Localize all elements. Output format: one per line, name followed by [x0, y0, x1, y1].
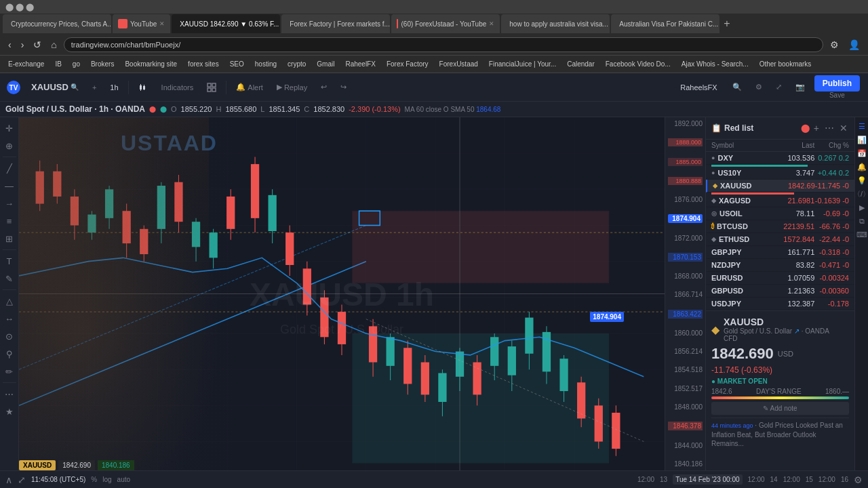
wl-item-dxy[interactable]: ●DXY 103.536 0.267 0.2 — [706, 152, 854, 165]
fullscreen-button[interactable]: ⤢ — [772, 80, 786, 94]
tab-youtube[interactable]: YouTube ✕ — [113, 14, 170, 33]
bookmark-go[interactable]: go — [70, 59, 83, 69]
channel-tool[interactable]: ⊞ — [1, 230, 18, 247]
alerts-list-button[interactable]: 🔔 — [856, 161, 868, 173]
horizontal-line-tool[interactable]: — — [1, 178, 18, 194]
tab-tradingview[interactable]: XAUUSD 1842.690 ▼ 0.63% F... ✕ — [172, 14, 280, 33]
wl-item-gbpjpy[interactable]: GBPJPY 161.771 -0.318 -0 — [706, 246, 854, 259]
replay-button[interactable]: ▶ Replay — [273, 80, 311, 94]
cursor-tool[interactable]: ✛ — [1, 120, 18, 136]
favorite-tools[interactable]: ★ — [1, 403, 18, 420]
save-button[interactable]: Save — [829, 92, 845, 99]
crosshair-tool[interactable]: ⊕ — [1, 138, 18, 154]
bookmark-ajax-whois[interactable]: Ajax Whois - Search... — [679, 59, 751, 69]
bookmark-eexchange[interactable]: E-exchange — [5, 59, 47, 69]
wl-item-usoil[interactable]: ◎USOIL 78.11 -0.69 -0 — [706, 207, 854, 220]
wl-item-btcusd[interactable]: ₿BTCUSD 22139.51 -66.76 -0 — [706, 220, 854, 233]
refresh-button[interactable]: ↺ — [31, 38, 44, 52]
watchlist-close-button[interactable]: ✕ — [838, 121, 849, 135]
log-button[interactable]: log — [102, 476, 111, 483]
bookmark-ib[interactable]: IB — [52, 59, 64, 69]
add-symbol-button[interactable]: + — [88, 81, 100, 94]
trend-line-tool[interactable]: ╱ — [1, 160, 18, 176]
search-button[interactable]: 🔍 — [728, 80, 746, 94]
fullscreen-chart-button[interactable]: ⤢ — [18, 474, 26, 485]
profile-button[interactable]: 👤 — [846, 38, 863, 52]
bookmark-calendar[interactable]: Calendar — [564, 59, 597, 69]
alert-button[interactable]: 🔔 Alert — [232, 80, 267, 94]
collapse-button[interactable]: ∧ — [5, 474, 12, 485]
pine-editor-button[interactable]: 〈/〉 — [856, 188, 868, 200]
strategy-tester-button[interactable]: ▶ — [856, 201, 868, 214]
depth-of-market[interactable]: ⧉ — [856, 215, 868, 227]
hotkeys-button[interactable]: ⌨ — [856, 228, 868, 241]
settings-gear-button[interactable]: ⚙ — [854, 474, 863, 485]
chart-area[interactable]: XAUUSD 1h Gold Spot / U.S. Dollar USTAAD — [19, 117, 665, 470]
snapshot-button[interactable]: 📷 — [791, 80, 809, 94]
bookmark-seo[interactable]: SEO — [227, 59, 247, 69]
magnet-tool[interactable]: ⚲ — [1, 346, 18, 362]
pattern-tool[interactable]: △ — [1, 293, 18, 309]
bookmark-forexfactory[interactable]: Forex Factory — [384, 59, 431, 69]
watchlist-menu-button[interactable]: ⋯ — [823, 121, 835, 135]
wl-item-gbpusd[interactable]: GBPUSD 1.21363 -0.00360 — [706, 285, 854, 298]
home-button[interactable]: ⌂ — [48, 38, 59, 52]
bookmark-forex-sites[interactable]: forex sites — [185, 59, 222, 69]
bookmark-gmail[interactable]: Gmail — [314, 59, 337, 69]
measure-tool[interactable]: ↔ — [1, 310, 18, 327]
zoom-tool[interactable]: ⊙ — [1, 328, 18, 344]
bookmark-forexustaad[interactable]: ForexUstaad — [437, 59, 481, 69]
wl-item-us10y[interactable]: ●US10Y 3.747 +0.44 0.2 — [706, 167, 854, 180]
redo-button[interactable]: ↪ — [336, 80, 351, 94]
watchlist-toggle[interactable]: ☰ — [856, 120, 868, 132]
chart-type-button[interactable] — [134, 80, 152, 95]
brush-tool[interactable]: ✏ — [1, 363, 18, 380]
forward-button[interactable]: › — [18, 38, 27, 52]
url-bar[interactable] — [64, 37, 823, 52]
close-icon[interactable]: ✕ — [159, 20, 165, 27]
tab-forexustaad[interactable]: (60) ForexUstaad - YouTube ✕ — [391, 14, 500, 33]
settings-button[interactable]: ⚙ — [751, 80, 766, 94]
text-tool[interactable]: T — [1, 253, 18, 269]
wl-item-ethusd[interactable]: ◆ETHUSD 1572.844 -22.44 -0 — [706, 233, 854, 246]
bookmark-crypto[interactable]: crypto — [285, 59, 309, 69]
wl-item-xauusd[interactable]: ◆XAUUSD 1842.69 -11.745 -0 — [706, 180, 854, 192]
symbol-search[interactable]: XAUUSD 🔍 — [27, 79, 83, 95]
back-button[interactable]: ‹ — [5, 38, 14, 52]
publish-button[interactable]: Publish — [814, 75, 860, 92]
tab-forexfactory[interactable]: Forex Factory | Forex markets f... ✕ — [281, 14, 390, 33]
ideas-button[interactable]: 💡 — [856, 174, 868, 186]
bookmark-facebook-video[interactable]: Facebook Video Do... — [603, 59, 673, 69]
news-item[interactable]: 44 minutes ago · Gold Prices Looked Past… — [711, 418, 849, 451]
tab-visa2[interactable]: Australian Visa For Pakistani C... ✕ — [611, 14, 719, 33]
bookmark-brokers[interactable]: Brokers — [88, 59, 117, 69]
wl-item-eurusd[interactable]: EURUSD 1.07059 -0.00324 — [706, 272, 854, 285]
close-icon[interactable]: ✕ — [489, 20, 494, 27]
bookmark-bookmarking[interactable]: Bookmarking site — [122, 59, 180, 69]
indicators-button[interactable]: Indicators — [157, 81, 198, 94]
more-tools[interactable]: ⋯ — [1, 386, 18, 402]
wl-item-nzdjpy[interactable]: NZDJPY 83.82 -0.471 -0 — [706, 259, 854, 272]
templates-button[interactable] — [203, 80, 220, 95]
timeframe-button[interactable]: 1h — [106, 81, 122, 94]
wl-item-xagusd[interactable]: ◆XAGUSD 21.6981 -0.1639 -0 — [706, 195, 854, 207]
wl-item-usdjpy[interactable]: USDJPY 132.387 -0.178 — [706, 298, 854, 310]
fib-tool[interactable]: ≡ — [1, 213, 18, 229]
tab-visa1[interactable]: how to apply australia visit visa... ✕ — [501, 14, 610, 33]
bookmark-financialjuice[interactable]: FinancialJuice | Your... — [486, 59, 559, 69]
bookmark-raheelfx[interactable]: RaheelFX — [342, 59, 378, 69]
tab-crypto[interactable]: Cryptocurrency Prices, Charts A... ✕ — [3, 14, 111, 33]
user-menu[interactable]: RaheelsFX — [675, 83, 722, 92]
add-note-button[interactable]: ✎ Add note — [711, 402, 849, 415]
auto-button[interactable]: auto — [117, 476, 130, 483]
extensions-button[interactable]: ⚙ — [827, 38, 842, 52]
note-tool[interactable]: ✎ — [1, 270, 18, 287]
bookmark-hosting[interactable]: hosting — [252, 59, 279, 69]
add-symbol-panel-button[interactable]: + — [812, 121, 821, 135]
data-window-button[interactable]: 📊 — [856, 134, 868, 146]
bookmark-other[interactable]: Other bookmarks — [757, 59, 814, 69]
ray-tool[interactable]: → — [1, 195, 18, 211]
new-tab-button[interactable]: + — [724, 18, 730, 30]
calendar-button[interactable]: 📅 — [856, 147, 868, 159]
undo-button[interactable]: ↩ — [317, 80, 331, 94]
